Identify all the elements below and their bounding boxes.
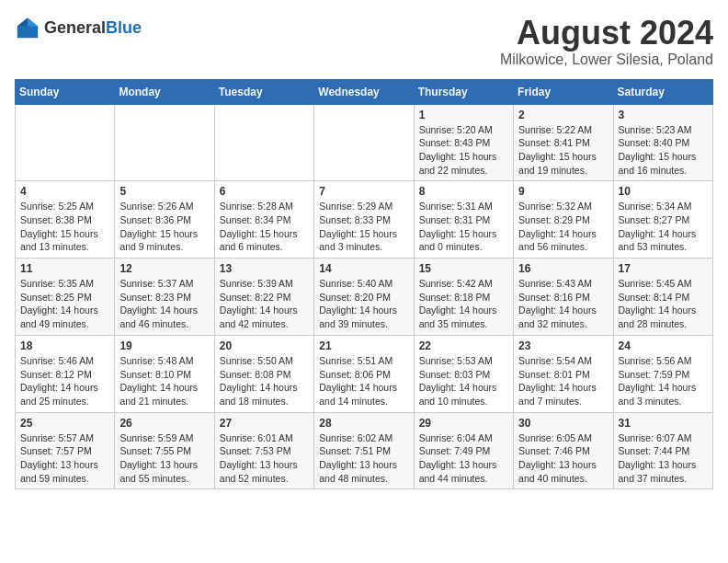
- logo: GeneralBlue: [15, 15, 142, 40]
- calendar-day-cell: 12Sunrise: 5:37 AM Sunset: 8:23 PM Dayli…: [115, 259, 214, 336]
- day-info: Sunrise: 5:40 AM Sunset: 8:20 PM Dayligh…: [319, 277, 408, 331]
- logo-icon: [15, 15, 40, 40]
- day-number: 26: [119, 417, 209, 430]
- logo-general: General: [44, 18, 106, 37]
- calendar-day-cell: [16, 104, 115, 181]
- day-number: 7: [319, 185, 408, 198]
- day-of-week-header: Wednesday: [314, 79, 414, 104]
- day-info: Sunrise: 5:32 AM Sunset: 8:29 PM Dayligh…: [518, 200, 608, 254]
- calendar-day-cell: 31Sunrise: 6:07 AM Sunset: 7:44 PM Dayli…: [613, 412, 712, 489]
- day-info: Sunrise: 5:29 AM Sunset: 8:33 PM Dayligh…: [319, 200, 408, 254]
- day-number: 28: [319, 417, 408, 430]
- title-section: August 2024 Milkowice, Lower Silesia, Po…: [500, 15, 713, 68]
- day-number: 29: [419, 417, 508, 430]
- month-year-title: August 2024: [500, 15, 713, 52]
- day-of-week-header: Sunday: [16, 79, 115, 104]
- calendar-day-cell: [115, 104, 214, 181]
- calendar-day-cell: 18Sunrise: 5:46 AM Sunset: 8:12 PM Dayli…: [16, 335, 115, 412]
- calendar-day-cell: [214, 104, 313, 181]
- calendar-week-row: 4Sunrise: 5:25 AM Sunset: 8:38 PM Daylig…: [16, 181, 713, 259]
- day-number: 5: [119, 185, 209, 198]
- day-info: Sunrise: 5:39 AM Sunset: 8:22 PM Dayligh…: [220, 277, 309, 331]
- calendar-day-cell: 20Sunrise: 5:50 AM Sunset: 8:08 PM Dayli…: [214, 335, 313, 412]
- calendar-day-cell: 30Sunrise: 6:05 AM Sunset: 7:46 PM Dayli…: [514, 412, 613, 489]
- calendar-week-row: 25Sunrise: 5:57 AM Sunset: 7:57 PM Dayli…: [16, 412, 713, 489]
- calendar-day-cell: 22Sunrise: 5:53 AM Sunset: 8:03 PM Dayli…: [414, 335, 513, 412]
- day-info: Sunrise: 6:04 AM Sunset: 7:49 PM Dayligh…: [419, 431, 508, 486]
- day-info: Sunrise: 5:57 AM Sunset: 7:57 PM Dayligh…: [20, 431, 109, 486]
- calendar-day-cell: 6Sunrise: 5:28 AM Sunset: 8:34 PM Daylig…: [214, 181, 313, 259]
- day-info: Sunrise: 5:37 AM Sunset: 8:23 PM Dayligh…: [119, 277, 209, 331]
- day-number: 9: [518, 185, 608, 198]
- day-number: 14: [319, 262, 408, 275]
- day-info: Sunrise: 5:23 AM Sunset: 8:40 PM Dayligh…: [619, 123, 708, 178]
- day-number: 11: [20, 262, 109, 275]
- day-number: 24: [619, 339, 708, 352]
- day-info: Sunrise: 5:53 AM Sunset: 8:03 PM Dayligh…: [419, 354, 508, 408]
- day-number: 16: [518, 262, 608, 275]
- day-info: Sunrise: 5:45 AM Sunset: 8:14 PM Dayligh…: [619, 277, 708, 331]
- calendar-day-cell: 10Sunrise: 5:34 AM Sunset: 8:27 PM Dayli…: [613, 181, 712, 259]
- calendar-day-cell: 7Sunrise: 5:29 AM Sunset: 8:33 PM Daylig…: [314, 181, 414, 259]
- calendar-day-cell: 9Sunrise: 5:32 AM Sunset: 8:29 PM Daylig…: [514, 181, 613, 259]
- calendar-day-cell: 29Sunrise: 6:04 AM Sunset: 7:49 PM Dayli…: [414, 412, 513, 489]
- calendar-day-cell: 24Sunrise: 5:56 AM Sunset: 7:59 PM Dayli…: [613, 335, 712, 412]
- day-info: Sunrise: 5:54 AM Sunset: 8:01 PM Dayligh…: [518, 354, 608, 408]
- day-number: 20: [220, 339, 309, 352]
- calendar-header-row: SundayMondayTuesdayWednesdayThursdayFrid…: [16, 79, 713, 104]
- day-number: 19: [119, 339, 209, 352]
- day-info: Sunrise: 5:48 AM Sunset: 8:10 PM Dayligh…: [119, 354, 209, 408]
- day-of-week-header: Monday: [115, 79, 214, 104]
- calendar-day-cell: 25Sunrise: 5:57 AM Sunset: 7:57 PM Dayli…: [16, 412, 115, 489]
- day-info: Sunrise: 5:35 AM Sunset: 8:25 PM Dayligh…: [20, 277, 109, 331]
- calendar-day-cell: 16Sunrise: 5:43 AM Sunset: 8:16 PM Dayli…: [514, 259, 613, 336]
- day-info: Sunrise: 5:51 AM Sunset: 8:06 PM Dayligh…: [319, 354, 408, 408]
- calendar-day-cell: 17Sunrise: 5:45 AM Sunset: 8:14 PM Dayli…: [613, 259, 712, 336]
- day-number: 23: [518, 339, 608, 352]
- page-header: GeneralBlue August 2024 Milkowice, Lower…: [15, 15, 713, 68]
- day-info: Sunrise: 6:02 AM Sunset: 7:51 PM Dayligh…: [319, 431, 408, 486]
- calendar-day-cell: 3Sunrise: 5:23 AM Sunset: 8:40 PM Daylig…: [613, 104, 712, 181]
- day-number: 21: [319, 339, 408, 352]
- day-info: Sunrise: 5:42 AM Sunset: 8:18 PM Dayligh…: [419, 277, 508, 331]
- calendar-day-cell: 27Sunrise: 6:01 AM Sunset: 7:53 PM Dayli…: [214, 412, 313, 489]
- day-number: 6: [220, 185, 309, 198]
- calendar-week-row: 11Sunrise: 5:35 AM Sunset: 8:25 PM Dayli…: [16, 259, 713, 336]
- day-info: Sunrise: 5:56 AM Sunset: 7:59 PM Dayligh…: [619, 354, 708, 408]
- calendar-day-cell: 14Sunrise: 5:40 AM Sunset: 8:20 PM Dayli…: [314, 259, 414, 336]
- day-info: Sunrise: 5:22 AM Sunset: 8:41 PM Dayligh…: [518, 123, 608, 178]
- day-number: 30: [518, 417, 608, 430]
- calendar-day-cell: 4Sunrise: 5:25 AM Sunset: 8:38 PM Daylig…: [16, 181, 115, 259]
- calendar-day-cell: 21Sunrise: 5:51 AM Sunset: 8:06 PM Dayli…: [314, 335, 414, 412]
- calendar-week-row: 18Sunrise: 5:46 AM Sunset: 8:12 PM Dayli…: [16, 335, 713, 412]
- logo-text: GeneralBlue: [44, 18, 142, 38]
- day-number: 1: [419, 109, 508, 121]
- day-info: Sunrise: 5:20 AM Sunset: 8:43 PM Dayligh…: [419, 123, 508, 178]
- calendar-day-cell: 11Sunrise: 5:35 AM Sunset: 8:25 PM Dayli…: [16, 259, 115, 336]
- day-of-week-header: Friday: [514, 79, 613, 104]
- calendar-day-cell: 15Sunrise: 5:42 AM Sunset: 8:18 PM Dayli…: [414, 259, 513, 336]
- day-number: 22: [419, 339, 508, 352]
- calendar-day-cell: 8Sunrise: 5:31 AM Sunset: 8:31 PM Daylig…: [414, 181, 513, 259]
- day-number: 15: [419, 262, 508, 275]
- day-number: 17: [619, 262, 708, 275]
- day-info: Sunrise: 5:31 AM Sunset: 8:31 PM Dayligh…: [419, 200, 508, 254]
- day-number: 8: [419, 185, 508, 198]
- calendar-day-cell: 1Sunrise: 5:20 AM Sunset: 8:43 PM Daylig…: [414, 104, 513, 181]
- calendar-day-cell: 19Sunrise: 5:48 AM Sunset: 8:10 PM Dayli…: [115, 335, 214, 412]
- day-of-week-header: Saturday: [613, 79, 712, 104]
- calendar-day-cell: 13Sunrise: 5:39 AM Sunset: 8:22 PM Dayli…: [214, 259, 313, 336]
- day-info: Sunrise: 5:28 AM Sunset: 8:34 PM Dayligh…: [220, 200, 309, 254]
- day-info: Sunrise: 6:07 AM Sunset: 7:44 PM Dayligh…: [619, 431, 708, 486]
- day-number: 13: [220, 262, 309, 275]
- day-of-week-header: Thursday: [414, 79, 513, 104]
- calendar-day-cell: 28Sunrise: 6:02 AM Sunset: 7:51 PM Dayli…: [314, 412, 414, 489]
- day-info: Sunrise: 5:43 AM Sunset: 8:16 PM Dayligh…: [518, 277, 608, 331]
- calendar-day-cell: 23Sunrise: 5:54 AM Sunset: 8:01 PM Dayli…: [514, 335, 613, 412]
- day-number: 31: [619, 417, 708, 430]
- day-info: Sunrise: 5:50 AM Sunset: 8:08 PM Dayligh…: [220, 354, 309, 408]
- day-number: 4: [20, 185, 109, 198]
- calendar-day-cell: 2Sunrise: 5:22 AM Sunset: 8:41 PM Daylig…: [514, 104, 613, 181]
- day-number: 10: [619, 185, 708, 198]
- day-number: 27: [220, 417, 309, 430]
